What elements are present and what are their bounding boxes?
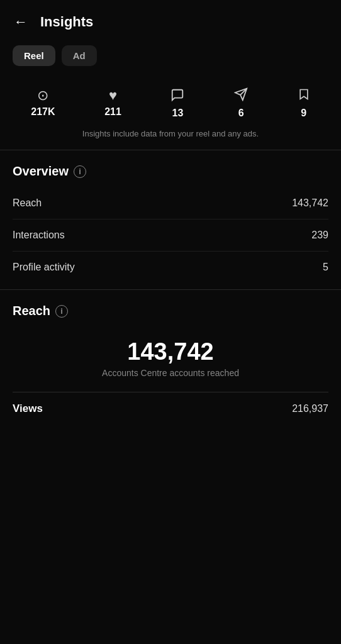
views-icon: ⊙: [37, 89, 48, 103]
stats-row: ⊙ 217K ♥ 211 13 6 9: [0, 79, 341, 123]
reach-value: 143,742: [292, 197, 328, 209]
reach-title-row: Reach i: [13, 304, 328, 318]
insights-note: Insights include data from your reel and…: [0, 123, 341, 150]
interactions-label: Interactions: [13, 230, 65, 241]
stat-comments-value: 13: [172, 108, 184, 119]
overview-title-row: Overview i: [13, 164, 328, 179]
reach-label: Reach: [13, 197, 42, 209]
stat-likes: ♥ 211: [104, 89, 121, 118]
views-value: 216,937: [292, 403, 328, 414]
header: ← Insights: [0, 0, 341, 43]
stat-saves: 9: [298, 87, 310, 119]
reach-subtitle: Accounts Centre accounts reached: [13, 368, 328, 392]
back-button[interactable]: ←: [10, 11, 31, 33]
overview-reach-row: Reach 143,742: [13, 187, 328, 219]
views-label: Views: [13, 402, 43, 415]
stat-views: ⊙ 217K: [31, 89, 55, 118]
profile-activity-label: Profile activity: [13, 262, 75, 273]
bookmark-icon: [298, 87, 310, 104]
reach-info-icon[interactable]: i: [55, 305, 68, 318]
stat-likes-value: 211: [104, 106, 121, 118]
overview-profile-activity-row: Profile activity 5: [13, 252, 328, 283]
comment-icon: [170, 88, 184, 104]
stat-shares-value: 6: [238, 108, 244, 119]
views-row: Views 216,937: [13, 392, 328, 425]
overview-interactions-row: Interactions 239: [13, 219, 328, 252]
page-title: Insights: [40, 14, 93, 30]
tab-row: Reel Ad: [0, 43, 341, 79]
interactions-value: 239: [311, 230, 328, 241]
svg-marker-2: [300, 90, 308, 99]
stat-saves-value: 9: [301, 108, 306, 119]
tab-reel[interactable]: Reel: [13, 45, 55, 66]
tab-ad[interactable]: Ad: [62, 45, 97, 66]
reach-section: Reach i 143,742 Accounts Centre accounts…: [0, 290, 341, 431]
stat-shares: 6: [234, 87, 248, 119]
stat-views-value: 217K: [31, 106, 55, 118]
stat-comments: 13: [170, 88, 184, 119]
overview-title: Overview: [13, 164, 69, 179]
profile-activity-value: 5: [323, 262, 328, 273]
reach-big-number: 143,742: [13, 327, 328, 368]
overview-info-icon[interactable]: i: [74, 165, 86, 178]
heart-icon: ♥: [109, 89, 117, 103]
reach-section-title: Reach: [13, 304, 50, 318]
send-icon: [234, 87, 248, 104]
overview-section: Overview i Reach 143,742 Interactions 23…: [0, 150, 341, 289]
